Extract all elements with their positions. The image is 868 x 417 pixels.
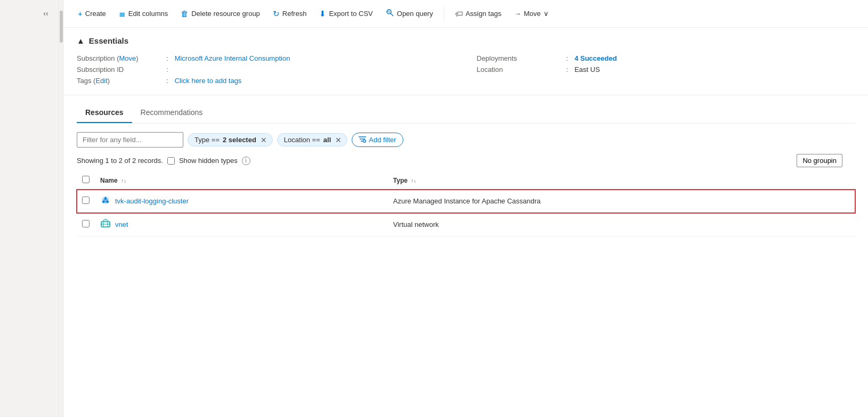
toolbar-separator — [444, 6, 444, 21]
main-content: + Create ≣ Edit columns 🗑 Delete resourc… — [64, 0, 868, 417]
row-name-cell: vnet — [95, 213, 388, 236]
tabs-bar: Resources Recommendations — [77, 104, 855, 124]
location-filter-chip[interactable]: Location == all ✕ — [277, 133, 347, 146]
scrollbar-thumb[interactable] — [60, 11, 63, 43]
table-row: tvk-audit-logging-cluster Azure Managed … — [77, 190, 855, 213]
info-icon[interactable]: i — [242, 157, 250, 165]
move-label: Move — [524, 10, 541, 18]
add-tags-link[interactable]: Click here to add tags — [175, 77, 242, 85]
create-label: Create — [85, 10, 106, 18]
deployments-value: 4 Succeeded — [574, 54, 617, 62]
delete-label: Delete resource group — [191, 10, 260, 18]
svg-point-10 — [104, 197, 107, 199]
assign-tags-button[interactable]: 🏷 Assign tags — [450, 6, 507, 21]
location-row: Location : East US — [477, 64, 856, 75]
create-button[interactable]: + Create — [72, 6, 111, 21]
records-info-row: Showing 1 to 2 of 2 records. Show hidden… — [64, 154, 868, 171]
tags-edit-link[interactable]: Edit — [95, 77, 107, 85]
move-button[interactable]: → Move ∨ — [509, 6, 554, 21]
deployments-row: Deployments : 4 Succeeded — [477, 53, 856, 64]
export-button[interactable]: ⬇ Export to CSV — [314, 6, 378, 22]
records-info-text: Showing 1 to 2 of 2 records. — [77, 157, 163, 165]
plus-icon: + — [78, 9, 83, 18]
add-filter-label: Add filter — [369, 136, 396, 144]
essentials-header[interactable]: ▲ Essentials — [77, 36, 855, 45]
scrollbar[interactable] — [59, 0, 64, 417]
resources-table: Name ↑↓ Type ↑↓ — [77, 171, 855, 236]
sidebar: ‹‹ — [0, 0, 59, 417]
tag-icon: 🏷 — [455, 9, 463, 18]
subscription-row: Subscription (Move) : Microsoft Azure In… — [77, 53, 456, 64]
content-area: ▲ Essentials Subscription (Move) : — [64, 28, 868, 417]
location-label: Location — [477, 66, 562, 73]
arrow-right-icon: → — [514, 10, 521, 18]
trash-icon: 🗑 — [181, 9, 189, 18]
essentials-title: Essentials — [89, 36, 128, 45]
row-checkbox[interactable] — [82, 197, 90, 204]
tabs-section: Resources Recommendations — [64, 95, 868, 124]
subscription-value: Microsoft Azure Internal Consumption — [175, 54, 290, 62]
type-filter-remove-icon[interactable]: ✕ — [261, 136, 267, 144]
open-query-button[interactable]: Open query — [380, 5, 439, 22]
delete-button[interactable]: 🗑 Delete resource group — [175, 6, 265, 21]
row-type-cell: Azure Managed Instance for Apache Cassan… — [388, 190, 855, 213]
select-all-checkbox[interactable] — [82, 176, 90, 183]
show-hidden-checkbox[interactable] — [167, 157, 175, 165]
vnet-icon — [100, 218, 111, 231]
show-hidden-label: Show hidden types — [179, 157, 238, 165]
essentials-section: ▲ Essentials Subscription (Move) : — [64, 28, 868, 95]
deployments-label: Deployments — [477, 54, 562, 62]
type-column-header[interactable]: Type ↑↓ — [388, 171, 855, 190]
toolbar: + Create ≣ Edit columns 🗑 Delete resourc… — [64, 0, 868, 28]
export-label: Export to CSV — [329, 10, 372, 18]
type-filter-chip[interactable]: Type == 2 selected ✕ — [188, 133, 273, 146]
row-name-cell: tvk-audit-logging-cluster — [95, 190, 388, 213]
cassandra-icon — [100, 195, 111, 207]
table-container: Name ↑↓ Type ↑↓ — [64, 171, 868, 236]
table-header-row: Name ↑↓ Type ↑↓ — [77, 171, 855, 190]
subscription-label: Subscription (Move) — [77, 54, 162, 62]
row-select-cell — [77, 190, 95, 213]
add-filter-button[interactable]: Add filter — [352, 133, 403, 147]
filter-input[interactable] — [77, 132, 183, 148]
name-sort-icon: ↑↓ — [121, 178, 126, 184]
subscription-id-row: Subscription ID : — [77, 64, 456, 75]
tab-resources[interactable]: Resources — [77, 104, 132, 123]
subscription-move-link[interactable]: Move — [119, 54, 136, 62]
sidebar-collapse-button[interactable]: ‹‹ — [38, 5, 54, 21]
location-value: East US — [574, 66, 600, 73]
tab-recommendations[interactable]: Recommendations — [132, 104, 212, 123]
type-filter-value: 2 selected — [223, 136, 256, 144]
edit-columns-button[interactable]: ≣ Edit columns — [113, 6, 173, 22]
tags-label: Tags (Edit) — [77, 77, 162, 85]
type-filter-label: Type == — [194, 136, 220, 144]
row-checkbox[interactable] — [82, 220, 90, 227]
refresh-button[interactable]: ↻ Refresh — [267, 6, 312, 22]
location-filter-label: Location == — [284, 136, 320, 144]
add-filter-icon — [359, 135, 366, 144]
location-filter-remove-icon[interactable]: ✕ — [335, 136, 342, 144]
essentials-grid: Subscription (Move) : Microsoft Azure In… — [77, 53, 855, 86]
table-body: tvk-audit-logging-cluster Azure Managed … — [77, 190, 855, 236]
deployments-count-link[interactable]: 4 Succeeded — [574, 54, 617, 62]
essentials-chevron-icon: ▲ — [77, 36, 85, 45]
row-type-cell: Virtual network — [388, 213, 855, 236]
tags-value: Click here to add tags — [175, 77, 242, 85]
name-column-header[interactable]: Name ↑↓ — [95, 171, 388, 190]
chevron-down-icon: ∨ — [543, 10, 549, 18]
svg-line-1 — [391, 13, 393, 16]
table-row: vnet Virtual network — [77, 213, 855, 236]
refresh-icon: ↻ — [273, 9, 280, 19]
export-icon: ⬇ — [319, 9, 326, 19]
type-sort-icon: ↑↓ — [411, 178, 416, 184]
assign-tags-label: Assign tags — [466, 10, 501, 18]
resource-name-link[interactable]: vnet — [115, 220, 128, 228]
resource-name-link[interactable]: tvk-audit-logging-cluster — [115, 197, 189, 205]
edit-columns-label: Edit columns — [128, 10, 168, 18]
tags-row: Tags (Edit) : Click here to add tags — [77, 75, 456, 86]
subscription-link[interactable]: Microsoft Azure Internal Consumption — [175, 54, 290, 62]
no-grouping-button[interactable]: No groupin — [797, 154, 842, 167]
location-filter-value: all — [323, 136, 331, 144]
refresh-label: Refresh — [282, 10, 307, 18]
open-query-label: Open query — [397, 10, 433, 18]
